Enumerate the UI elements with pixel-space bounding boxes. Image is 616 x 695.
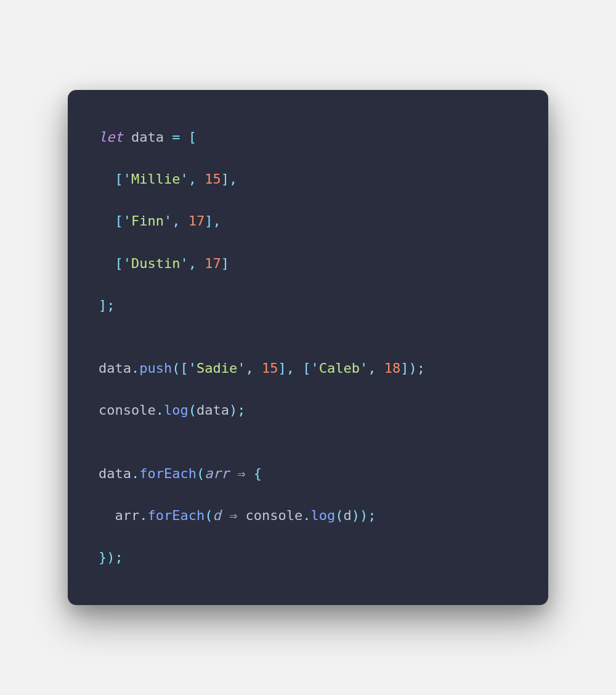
number-17: 17 — [188, 213, 205, 229]
keyword-let: let — [99, 129, 123, 145]
param-d: d — [213, 508, 221, 523]
method-foreach: forEach — [139, 466, 197, 481]
number-17b: 17 — [205, 256, 221, 271]
identifier-data: data — [131, 129, 164, 145]
param-arr: arr — [205, 466, 229, 481]
arrow-icon: ⇒ — [237, 466, 245, 481]
string-dustin: Dustin — [131, 256, 180, 271]
code-card: let data = [ ['Millie', 15], ['Finn', 17… — [68, 90, 548, 605]
brace-close: }); — [99, 550, 123, 565]
bracket-open: [ — [188, 129, 197, 145]
string-caleb: Caleb — [319, 360, 360, 376]
string-millie: Millie — [131, 171, 180, 187]
string-sadie: Sadie — [197, 360, 237, 376]
method-push: push — [139, 360, 172, 376]
bracket-close: ]; — [99, 298, 115, 313]
number-15: 15 — [205, 171, 221, 187]
method-log: log — [164, 402, 188, 418]
arrow-icon: ⇒ — [229, 508, 237, 523]
string-finn: Finn — [131, 213, 164, 229]
code-block: let data = [ ['Millie', 15], ['Finn', 17… — [99, 127, 517, 568]
